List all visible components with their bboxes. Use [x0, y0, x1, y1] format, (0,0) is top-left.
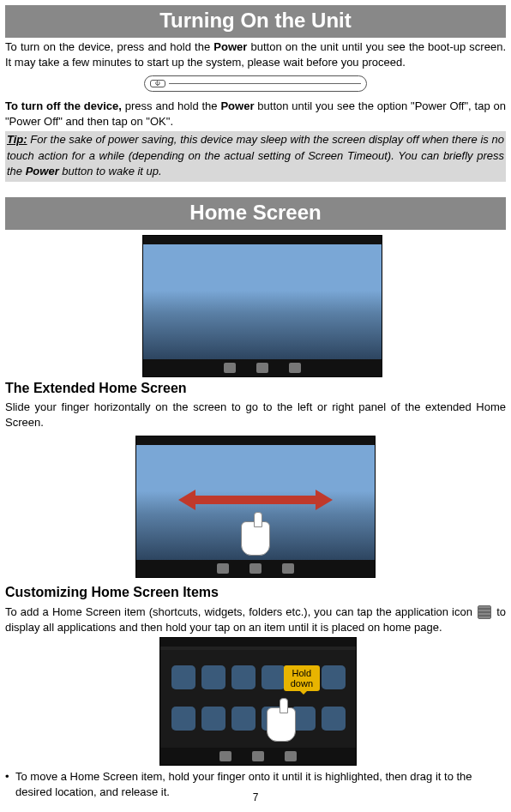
- app-icon: [322, 665, 346, 689]
- turning-off-paragraph: To turn off the device, press and hold t…: [5, 99, 506, 129]
- nav-bar: [143, 359, 382, 376]
- callout-line-2: down: [291, 678, 313, 689]
- section-title-home-screen: Home Screen: [5, 197, 506, 230]
- app-grid: [160, 650, 356, 748]
- home-icon: [252, 751, 264, 761]
- tip-label: Tip:: [7, 133, 27, 146]
- app-icon: [171, 665, 195, 689]
- status-bar: [143, 236, 382, 244]
- nav-bar: [136, 560, 375, 577]
- arrow-right-icon: [316, 490, 333, 510]
- status-bar: [160, 638, 356, 647]
- app-drawer-icon: [478, 605, 491, 619]
- recent-icon: [282, 563, 294, 574]
- subhead-extended-home: The Extended Home Screen: [5, 379, 506, 398]
- hold-down-callout: Hold down: [284, 665, 320, 691]
- power-cap-icon: ⏻: [150, 80, 165, 87]
- extended-home-paragraph: Slide your finger horizontally on the sc…: [5, 400, 506, 430]
- swipe-arrow-icon: [178, 490, 333, 510]
- turning-on-paragraph-1: To turn on the device, press and hold th…: [5, 39, 506, 70]
- app-icon: [322, 707, 346, 731]
- app-icon: [231, 665, 256, 689]
- back-icon: [217, 563, 229, 574]
- section-title-turning-on: Turning On the Unit: [5, 5, 506, 38]
- recent-icon: [285, 751, 297, 761]
- subhead-customizing: Customizing Home Screen Items: [5, 583, 506, 602]
- app-icon: [231, 707, 256, 731]
- callout-line-1: Hold: [292, 668, 312, 678]
- app-icon: [262, 665, 286, 689]
- app-drawer-screenshot: Hold down: [159, 637, 357, 766]
- wallpaper: [143, 244, 382, 359]
- back-icon: [224, 363, 236, 373]
- customizing-paragraph: To add a Home Screen item (shortcuts, wi…: [5, 604, 506, 635]
- status-bar: [136, 436, 375, 445]
- tip-box: Tip: For the sake of power saving, this …: [5, 131, 506, 182]
- home-screenshot-2-swipe: [135, 436, 376, 578]
- power-word: Power: [213, 40, 247, 53]
- back-icon: [219, 751, 231, 761]
- app-icon: [201, 665, 225, 689]
- power-bar-graphic: ⏻: [144, 75, 367, 92]
- app-icon: [171, 707, 195, 731]
- home-icon: [249, 563, 262, 574]
- text: To add a Home Screen item (shortcuts, wi…: [5, 605, 476, 618]
- power-word: Power: [26, 165, 59, 177]
- page-number: 7: [0, 791, 511, 805]
- recent-icon: [289, 363, 301, 373]
- power-button-illustration: ⏻: [5, 72, 506, 97]
- text: press and hold the: [122, 99, 221, 112]
- turn-off-lead: To turn off the device,: [5, 99, 122, 112]
- app-icon: [201, 707, 225, 731]
- home-screenshot-1: [142, 235, 382, 377]
- power-word: Power: [220, 99, 254, 112]
- hand-cursor-icon: [267, 707, 296, 742]
- hand-cursor-icon: [241, 521, 270, 556]
- power-line: [169, 83, 361, 84]
- arrow-left-icon: [178, 490, 195, 510]
- text: To turn on the device, press and hold th…: [5, 40, 213, 53]
- home-icon: [256, 363, 268, 373]
- tip-text-b: button to wake it up.: [59, 165, 162, 177]
- nav-bar: [160, 748, 356, 765]
- arrow-body: [195, 496, 316, 504]
